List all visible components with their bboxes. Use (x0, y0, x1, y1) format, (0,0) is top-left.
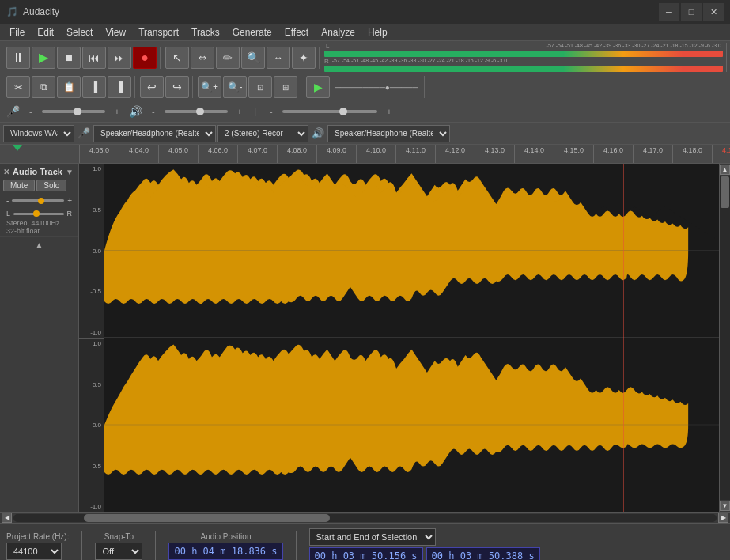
playback-controls: ▶ ─────────●───── (303, 76, 425, 98)
zoom-in-button[interactable]: 🔍+ (198, 76, 221, 98)
multitool[interactable]: ✦ (292, 47, 316, 69)
menu-file[interactable]: File (3, 25, 31, 40)
sep1 (81, 531, 82, 561)
trim-button[interactable]: ▐ (82, 76, 106, 98)
zoom-controls: 🔍+ 🔍- ⊡ ⊞ (195, 76, 301, 98)
app-icon: 🎵 (6, 6, 18, 17)
input-gain-slider[interactable] (42, 110, 105, 113)
menu-analyze[interactable]: Analyze (315, 25, 361, 40)
hscroll-thumb[interactable] (84, 514, 330, 522)
ruler-mark: 4:14.0 (514, 145, 554, 163)
record-button[interactable]: ● (133, 47, 157, 69)
gain-row: 🎤 - + 🔊 - + | - + (0, 100, 730, 123)
scrollbar-thumb[interactable] (721, 176, 729, 208)
playback-gain-slider[interactable] (282, 110, 377, 113)
edit-tools: ↖ ⇔ ✏ 🔍 ↔ ✦ (162, 47, 320, 69)
track-pan-slider[interactable] (13, 213, 63, 215)
track-menu-icon[interactable]: ▼ (66, 168, 74, 176)
menu-effect[interactable]: Effect (278, 25, 315, 40)
track-bit-depth: 32-bit float (6, 227, 72, 235)
selection-start-display[interactable]: 00 h 03 m 50.156 s (309, 547, 423, 561)
skip-back-button[interactable]: ⏮ (82, 47, 106, 69)
scroll-down-button[interactable]: ▼ (720, 501, 730, 511)
menu-select[interactable]: Select (60, 25, 99, 40)
audio-position-display[interactable]: 00 h 04 m 18.836 s (168, 543, 282, 560)
ruler-marks: 4:03.0 4:04.0 4:05.0 4:06.0 4:07.0 4:08.… (79, 145, 730, 163)
scroll-left-button[interactable]: ◀ (2, 513, 12, 523)
skip-forward-button[interactable]: ⏭ (108, 47, 131, 69)
selection-group: Start and End of Selection 00 h 03 m 50.… (309, 528, 540, 561)
selection-end-display[interactable]: 00 h 03 m 50.388 s (426, 547, 540, 561)
copy-button[interactable]: ⧉ (32, 76, 55, 98)
output-gain-slider[interactable] (165, 110, 228, 113)
undo-button[interactable]: ↩ (140, 76, 164, 98)
gain-slider-row: - + (3, 196, 75, 205)
pause-button[interactable]: ⏸ (6, 47, 30, 69)
ruler-mark: 4:11.0 (395, 145, 435, 163)
close-button[interactable]: ✕ (703, 3, 724, 21)
track-gain-slider[interactable] (12, 199, 64, 202)
menu-help[interactable]: Help (361, 25, 394, 40)
snap-to-select[interactable]: Off (95, 543, 142, 560)
stop-button[interactable]: ■ (57, 47, 81, 69)
zoom-fit-button[interactable]: ⊞ (274, 76, 297, 98)
gain-minus-icon: - (6, 196, 9, 205)
zoom-out-button[interactable]: 🔍- (223, 76, 247, 98)
track-close-icon[interactable]: ✕ (3, 168, 9, 176)
playhead-marker[interactable] (13, 145, 22, 151)
channels-select[interactable]: 2 (Stereo) Recor (217, 125, 308, 142)
horizontal-scrollbar[interactable]: ◀ ▶ (0, 512, 730, 523)
zoom-sel-button[interactable]: ⊡ (248, 76, 272, 98)
transport-toolbar: ⏸ ▶ ■ ⏮ ⏭ ● ↖ ⇔ ✏ 🔍 ↔ ✦ L -57 -54 -51 -4… (0, 41, 730, 74)
timeline-ruler[interactable]: 4:03.0 4:04.0 4:05.0 4:06.0 4:07.0 4:08.… (0, 145, 730, 164)
redo-button[interactable]: ↪ (165, 76, 189, 98)
pan-left-label: L (6, 210, 10, 218)
menu-generate[interactable]: Generate (226, 25, 278, 40)
selection-end-value: 00 h 03 m 50.388 s (432, 551, 535, 561)
hscroll-track[interactable] (13, 514, 717, 522)
maximize-button[interactable]: □ (681, 3, 702, 21)
zoom-tool[interactable]: 🔍 (241, 47, 265, 69)
minimize-button[interactable]: ─ (659, 3, 679, 21)
output-device-select[interactable]: Speaker/Headphone (Realte (327, 125, 450, 142)
waveform-area[interactable]: 1.0 0.5 0.0 -0.5 -1.0 1.0 0.5 0.0 -0.5 -… (79, 164, 719, 512)
menu-tracks[interactable]: Tracks (185, 25, 226, 40)
scale-bottom2: -1.0 (79, 503, 104, 510)
host-select[interactable]: Windows WASA (3, 125, 74, 142)
scroll-up-button[interactable]: ▲ (720, 165, 730, 175)
envelope-tool[interactable]: ⇔ (191, 47, 214, 69)
track-info: Stereo, 44100Hz 32-bit float (3, 218, 75, 236)
menu-transport[interactable]: Transport (132, 25, 185, 40)
timeshift-tool[interactable]: ↔ (267, 47, 290, 69)
ruler-mark: 4:18.0 (672, 145, 712, 163)
cut-button[interactable]: ✂ (6, 76, 30, 98)
ruler-mark: 4:10.0 (356, 145, 395, 163)
silence-button[interactable]: ▐ (108, 76, 131, 98)
project-rate-select[interactable]: 44100 (6, 543, 62, 560)
ruler-mark: 4:04.0 (119, 145, 158, 163)
menu-view[interactable]: View (99, 25, 132, 40)
menu-edit[interactable]: Edit (31, 25, 60, 40)
draw-tool[interactable]: ✏ (216, 47, 240, 69)
scrollbar-track[interactable] (720, 176, 730, 500)
play-green[interactable]: ▶ (306, 76, 330, 98)
input-device-select[interactable]: Speaker/Headphone (Realte (93, 125, 216, 142)
ruler-mark: 4:17.0 (633, 145, 672, 163)
select-tool[interactable]: ↖ (165, 47, 189, 69)
vertical-scrollbar[interactable]: ▲ ▼ (719, 164, 730, 512)
paste-button[interactable]: 📋 (57, 76, 81, 98)
play-button[interactable]: ▶ (32, 47, 55, 69)
selection-type-select[interactable]: Start and End of Selection (309, 528, 436, 546)
track-collapse-btn[interactable]: ▲ (0, 239, 78, 251)
vu-right-label: R (324, 58, 329, 65)
selection-end-line (623, 164, 624, 512)
waveform-top-channel (104, 164, 719, 338)
ruler-mark: 4:07.0 (237, 145, 277, 163)
clip-tools: ✂ ⧉ 📋 ▐ ▐ (3, 76, 135, 98)
mute-button[interactable]: Mute (3, 180, 35, 191)
ruler-mark: 4:09.0 (316, 145, 356, 163)
snap-to-label: Snap-To (95, 532, 142, 541)
scroll-right-button[interactable]: ▶ (718, 513, 728, 523)
edit-toolbar: ✂ ⧉ 📋 ▐ ▐ ↩ ↪ 🔍+ 🔍- ⊡ ⊞ ▶ ─────────●────… (0, 74, 730, 100)
solo-button[interactable]: Solo (36, 180, 66, 191)
